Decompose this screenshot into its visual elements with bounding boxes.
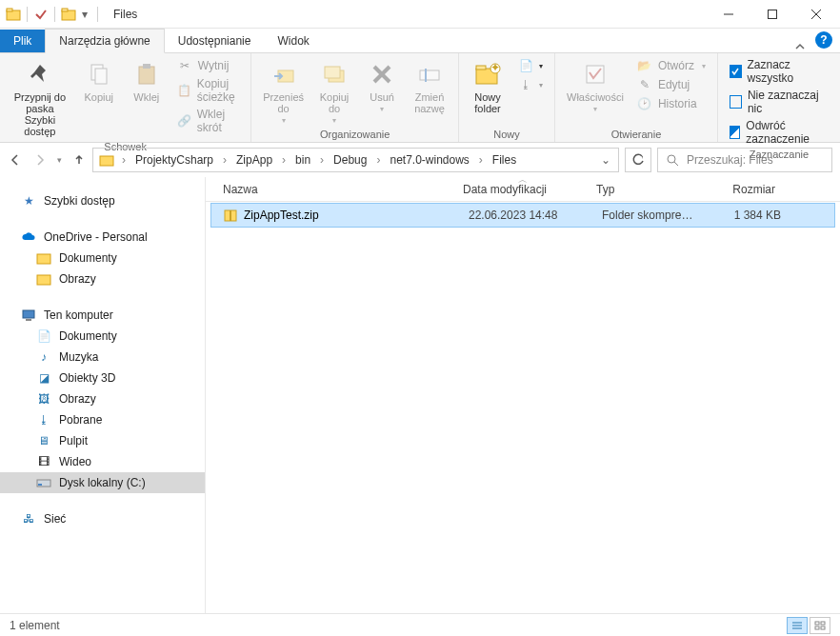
close-button[interactable] [794,0,838,29]
tree-item[interactable]: ◪Obiekty 3D [0,368,205,388]
svg-rect-40 [815,626,819,629]
tab-share[interactable]: Udostępnianie [165,30,265,52]
tree-item[interactable]: 🖥Pulpit [0,430,205,451]
breadcrumb-seg[interactable]: Files [487,151,522,169]
up-button[interactable] [71,152,87,168]
chevron-right-icon[interactable]: › [221,153,229,167]
tree-onedrive[interactable]: OneDrive - Personal [0,227,205,248]
tree-item[interactable]: 🖼Obrazy [0,388,205,409]
invert-selection-button[interactable]: Odwróć zaznaczenie [726,118,832,147]
ribbon: Przypnij do paska Szybki dostęp Kopiuj W… [0,53,840,143]
breadcrumb-seg[interactable]: Debug [328,151,372,169]
thumbnails-view-button[interactable] [810,617,830,634]
history-button[interactable]: 🕑Historia [633,95,710,112]
paste-button[interactable]: Wklej [126,57,168,105]
back-button[interactable] [8,152,23,168]
paste-shortcut-button[interactable]: 🔗Wklej skrót [173,107,243,135]
desktop-icon: 🖥 [36,433,51,448]
svg-rect-28 [37,275,50,285]
col-type[interactable]: Typ [587,183,701,196]
chevron-right-icon[interactable]: › [120,153,128,167]
file-row[interactable]: ZipAppTest.zip 22.06.2023 14:48 Folder s… [211,204,834,227]
tree-item-local-disk[interactable]: Dysk lokalny (C:) [0,472,205,493]
tree-item[interactable]: ♪Muzyka [0,347,205,368]
tree-item[interactable]: Dokumenty [0,248,205,268]
chevron-right-icon[interactable]: › [477,153,485,167]
rename-icon [414,59,445,89]
new-folder-button[interactable]: ✦ Nowy folder [467,57,509,116]
qat-dropdown-icon[interactable]: ▾ [78,8,91,21]
recent-locations-button[interactable]: ▾ [57,155,62,165]
details-view-button[interactable] [787,617,808,634]
edit-icon: ✎ [637,77,652,92]
rename-button[interactable]: Zmień nazwę [409,57,450,116]
copy-icon [84,59,114,89]
file-date: 22.06.2023 14:48 [459,209,592,222]
history-icon: 🕑 [637,96,652,111]
edit-button[interactable]: ✎Edytuj [633,76,710,93]
new-folder-icon: ✦ [472,59,503,89]
maximize-button[interactable] [750,0,794,29]
svg-point-25 [668,155,675,163]
copy-button[interactable]: Kopiuj [78,57,120,105]
select-none-button[interactable]: Nie zaznaczaj nic [726,88,832,116]
tree-item[interactable]: Obrazy [0,268,205,289]
col-size[interactable]: Rozmiar [701,183,785,196]
chevron-right-icon[interactable]: › [374,153,382,167]
svg-line-26 [674,162,678,166]
tree-this-pc[interactable]: Ten komputer [0,305,205,326]
tree-network[interactable]: 🖧 Sieć [0,508,205,529]
svg-rect-14 [325,67,340,78]
window-title: Files [113,8,137,21]
group-new-label: Nowy [467,127,547,140]
delete-button[interactable]: Usuń▾ [361,57,403,115]
tab-view[interactable]: Widok [264,30,322,52]
collapse-ribbon-icon[interactable] [789,41,811,52]
tab-file[interactable]: Plik [0,30,45,52]
file-size: 1 384 KB [707,209,790,222]
refresh-button[interactable] [625,148,651,172]
cut-button[interactable]: ✂Wytnij [173,57,243,74]
search-icon [666,153,679,167]
qat-check-icon[interactable] [33,7,49,22]
tree-item[interactable]: 🎞Wideo [0,451,205,472]
search-input[interactable]: Przeszukaj: Files [657,148,832,172]
address-dropdown-icon[interactable]: ⌄ [595,153,616,167]
tree-item[interactable]: 📄Dokumenty [0,326,205,347]
open-icon: 📂 [637,58,652,73]
moveto-icon [269,59,299,89]
breadcrumb-seg[interactable]: ProjektyCsharp [130,151,219,169]
chevron-right-icon[interactable]: › [318,153,326,167]
checkall-icon [730,65,742,78]
svg-text:✦: ✦ [490,61,500,74]
minimize-button[interactable] [707,0,750,29]
breadcrumb-seg[interactable]: bin [290,151,316,169]
svg-rect-9 [95,69,107,84]
folder-icon [95,152,118,168]
forward-button[interactable] [32,152,48,168]
open-button[interactable]: 📂Otwórz▾ [633,57,710,74]
breadcrumb-seg[interactable]: ZipApp [230,151,278,169]
address-bar[interactable]: › ProjektyCsharp › ZipApp › bin › Debug … [92,148,619,172]
shortcut-icon: 🔗 [177,113,191,129]
tab-home[interactable]: Narzędzia główne [45,29,164,53]
svg-rect-17 [420,70,439,80]
tree-item[interactable]: ⭳Pobrane [0,409,205,430]
tree-quick-access[interactable]: ★ Szybki dostęp [0,190,205,211]
svg-rect-29 [23,310,34,318]
col-name[interactable]: Nazwa [206,183,453,196]
pin-to-quick-access-button[interactable]: Przypnij do paska Szybki dostęp [8,57,72,139]
navigation-tree[interactable]: ★ Szybki dostęp OneDrive - Personal Doku… [0,177,206,613]
move-to-button[interactable]: Przenieś do▾ [259,57,308,127]
easy-access-button[interactable]: ⭳▾ [514,76,547,93]
select-all-button[interactable]: Zaznacz wszystko [726,57,832,86]
chevron-up-icon[interactable]: ︿ [518,173,528,187]
breadcrumb-seg[interactable]: net7.0-windows [384,151,474,169]
properties-button[interactable]: Właściwości▾ [563,57,628,115]
new-item-button[interactable]: 📄▾ [514,57,547,74]
svg-rect-3 [62,9,68,11]
copy-path-button[interactable]: 📋Kopiuj ścieżkę [173,76,243,105]
help-button[interactable]: ? [815,31,832,49]
chevron-right-icon[interactable]: › [280,153,288,167]
copy-to-button[interactable]: Kopiuj do▾ [313,57,355,127]
